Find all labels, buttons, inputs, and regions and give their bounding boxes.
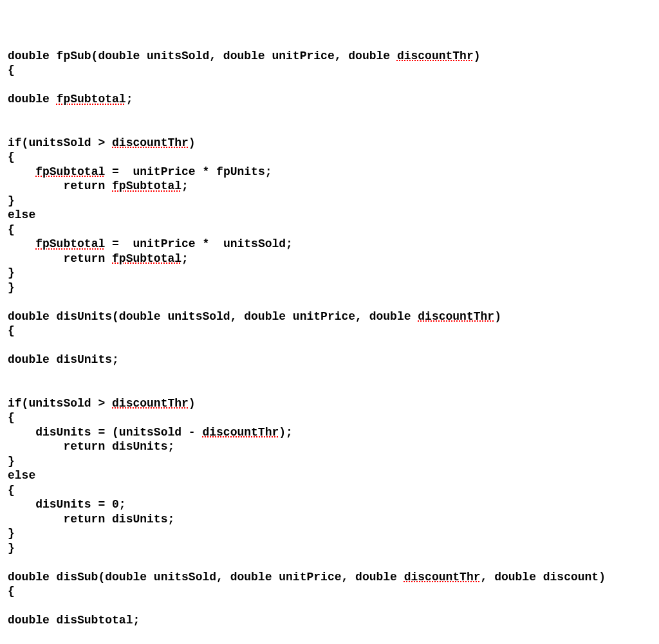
code-token: double disSubtotal;	[8, 614, 140, 627]
code-line: double disSubtotal;	[8, 613, 651, 628]
code-token: ;	[126, 93, 133, 106]
code-token: return disUnits;	[8, 440, 174, 453]
code-line	[8, 295, 651, 309]
code-line: double fpSub(double unitsSold, double un…	[8, 49, 651, 64]
code-token: double disUnits(double unitsSold, double…	[8, 310, 418, 323]
code-token: return	[8, 252, 112, 265]
code-token: disUnits = (unitsSold -	[8, 426, 202, 439]
spellcheck-error-token: discountThr	[202, 426, 279, 439]
code-token: {	[8, 324, 15, 337]
code-token: {	[8, 151, 15, 163]
code-token: );	[279, 426, 293, 439]
code-line: return fpSubtotal;	[8, 252, 651, 266]
code-token: , double discount)	[481, 571, 606, 584]
code-line: }	[8, 526, 651, 541]
code-line: }	[8, 281, 651, 295]
code-token: if(unitsSold >	[8, 397, 112, 410]
code-line: disUnits = (unitsSold - discountThr);	[8, 425, 651, 440]
code-line	[8, 338, 651, 353]
code-token: {	[8, 585, 15, 598]
code-line	[8, 628, 651, 643]
code-line: return disUnits;	[8, 439, 651, 454]
code-block: double fpSub(double unitsSold, double un…	[8, 49, 651, 645]
code-line: fpSubtotal = unitPrice * unitsSold;	[8, 237, 651, 252]
code-line: {	[8, 223, 651, 237]
code-token	[8, 165, 35, 178]
spellcheck-error-token: fpSubtotal	[57, 93, 126, 106]
code-line: {	[8, 63, 651, 78]
code-token: }	[8, 194, 15, 207]
code-token: }	[8, 542, 15, 555]
code-token: if(unitsSold >	[8, 136, 112, 149]
code-line: double disSub(double unitsSold, double u…	[8, 570, 651, 585]
code-token: = unitPrice * fpUnits;	[105, 165, 272, 178]
code-line: double disUnits(double unitsSold, double…	[8, 309, 651, 324]
code-token: {	[8, 223, 15, 236]
code-token: disUnits = 0;	[8, 498, 126, 511]
code-line: disUnits = 0;	[8, 497, 651, 512]
code-token: {	[8, 64, 15, 77]
code-token: )	[474, 50, 481, 62]
code-token: double disUnits;	[8, 353, 119, 366]
code-token: = unitPrice * unitsSold;	[105, 237, 293, 250]
code-token: ;	[181, 179, 189, 192]
code-line: return disUnits;	[8, 512, 651, 527]
spellcheck-error-token: discountThr	[404, 571, 481, 584]
spellcheck-error-token: discountThr	[112, 397, 189, 410]
code-token	[8, 237, 35, 250]
code-line	[8, 121, 651, 136]
spellcheck-error-token: fpSubtotal	[35, 237, 105, 250]
code-line: {	[8, 324, 651, 338]
code-line: {	[8, 483, 651, 498]
code-line: return fpSubtotal;	[8, 179, 651, 194]
code-line: {	[8, 150, 651, 165]
code-line: }	[8, 454, 651, 469]
code-token: }	[8, 455, 15, 468]
code-token: )	[189, 397, 196, 410]
spellcheck-error-token: discountThr	[112, 136, 189, 149]
code-line	[8, 367, 651, 382]
code-line: {	[8, 410, 651, 425]
code-token: )	[494, 310, 501, 323]
code-line	[8, 599, 651, 614]
code-token: return disUnits;	[8, 513, 174, 526]
code-line	[8, 78, 651, 93]
code-line: }	[8, 541, 651, 556]
spellcheck-error-token: fpSubtotal	[112, 179, 181, 192]
code-line: else	[8, 468, 651, 483]
code-token: return	[8, 179, 112, 192]
code-token: ;	[181, 252, 189, 265]
code-token: else	[8, 208, 35, 221]
code-line: }	[8, 194, 651, 208]
code-token: }	[8, 266, 15, 279]
spellcheck-error-token: fpSubtotal	[35, 165, 105, 178]
code-line: else	[8, 208, 651, 223]
code-token: double disSub(double unitsSold, double u…	[8, 571, 404, 584]
code-token: double	[8, 93, 57, 106]
code-line	[8, 382, 651, 396]
code-token: }	[8, 281, 15, 294]
code-token: {	[8, 411, 15, 424]
code-token: {	[8, 484, 15, 497]
spellcheck-error-token: discountThr	[418, 310, 494, 323]
spellcheck-error-token: fpSubtotal	[112, 252, 181, 265]
code-line: fpSubtotal = unitPrice * fpUnits;	[8, 165, 651, 179]
code-line: if(unitsSold > discountThr)	[8, 136, 651, 151]
code-token: double fpSub(double unitsSold, double un…	[8, 50, 397, 62]
code-line	[8, 555, 651, 570]
code-line: if(unitsSold > discountThr)	[8, 396, 651, 411]
code-token: )	[189, 136, 196, 149]
spellcheck-error-token: discountThr	[397, 50, 474, 62]
code-line: double disUnits;	[8, 353, 651, 367]
code-line: double fpSubtotal;	[8, 92, 651, 107]
code-token: else	[8, 469, 35, 482]
code-line	[8, 107, 651, 122]
code-token: }	[8, 527, 15, 540]
code-line: }	[8, 266, 651, 281]
code-line: {	[8, 584, 651, 599]
